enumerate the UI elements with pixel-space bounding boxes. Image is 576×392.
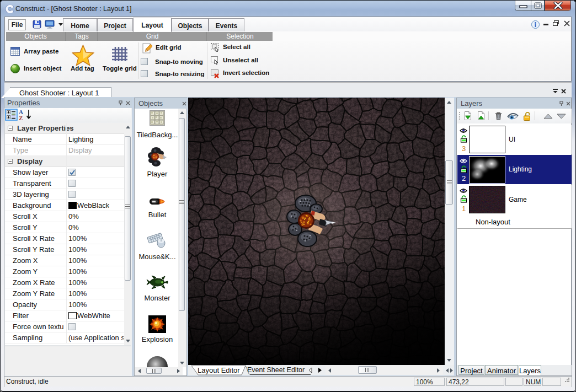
svg-text:Z: Z bbox=[19, 115, 23, 121]
